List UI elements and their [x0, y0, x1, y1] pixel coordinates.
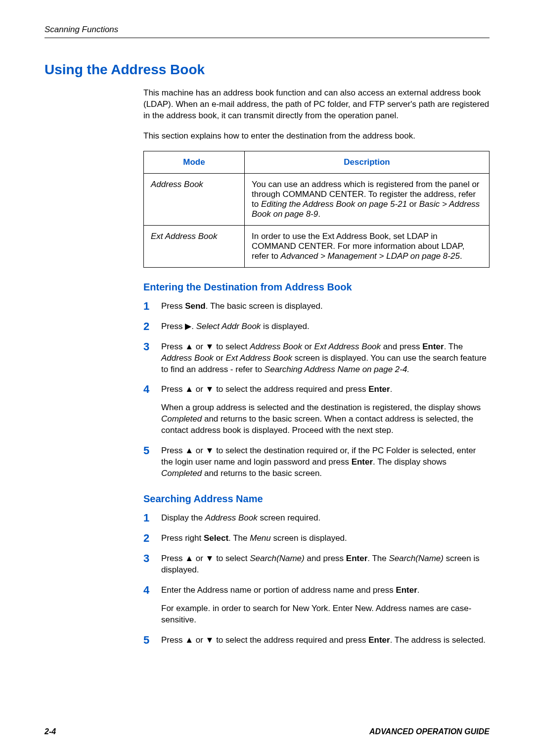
step-body: Display the Address Book screen required… — [161, 513, 490, 524]
text: When a group address is selected and the… — [161, 403, 481, 412]
step: 4 Press ▲ or ▼ to select the address req… — [143, 384, 490, 436]
up-arrow-icon: ▲ — [185, 445, 193, 457]
page: Scanning Functions Using the Address Boo… — [0, 0, 534, 756]
up-arrow-icon: ▲ — [185, 384, 193, 395]
option-name: Address Book — [250, 342, 302, 351]
key-name: Enter — [396, 585, 417, 595]
cross-ref: Searching Address Name on page 2-4. — [265, 365, 409, 374]
step-body: Press ▶. Select Addr Book is displayed. — [161, 321, 490, 332]
page-title: Using the Address Book — [44, 62, 490, 78]
up-arrow-icon: ▲ — [185, 341, 193, 353]
step-number: 2 — [143, 321, 153, 332]
step-number: 1 — [143, 513, 153, 524]
key-name: Select — [204, 533, 228, 543]
text: or — [193, 384, 206, 394]
text: . The — [444, 342, 463, 351]
step-number: 5 — [143, 445, 153, 479]
right-arrow-icon: ▶ — [185, 321, 191, 332]
down-arrow-icon: ▼ — [206, 341, 214, 353]
desc-text: . — [460, 251, 462, 261]
screen-name: Address Book — [205, 513, 258, 522]
screen-name: Address Book — [161, 353, 214, 363]
step-body: Press ▲ or ▼ to select Address Book or E… — [161, 341, 490, 376]
text: Press — [161, 554, 185, 563]
text: . The — [367, 554, 389, 563]
status-name: Completed — [161, 469, 202, 478]
step-body: Press Send. The basic screen is displaye… — [161, 301, 490, 312]
key-name: Enter — [422, 342, 444, 351]
text: Enter the Address name or portion of add… — [161, 585, 396, 595]
text: . — [417, 585, 420, 595]
mode-cell: Address Book — [144, 173, 245, 225]
text: is displayed. — [261, 322, 309, 331]
up-arrow-icon: ▲ — [185, 635, 193, 646]
text: and press — [381, 342, 422, 351]
table-row: Address Book You can use an address whic… — [144, 173, 490, 225]
step: 1 Display the Address Book screen requir… — [143, 513, 490, 524]
key-name: Send — [185, 301, 206, 311]
text: . — [191, 322, 196, 331]
step: 2 Press ▶. Select Addr Book is displayed… — [143, 321, 490, 332]
desc-cell: You can use an address which is register… — [245, 173, 490, 225]
text: or — [193, 342, 206, 351]
step-number: 4 — [143, 585, 153, 626]
down-arrow-icon: ▼ — [206, 445, 214, 457]
step-number: 2 — [143, 533, 153, 544]
desc-ref: Advanced > Management > LDAP on page 8-2… — [281, 251, 460, 261]
subheading: Searching Address Name — [143, 493, 490, 505]
page-footer: 2-4 ADVANCED OPERATION GUIDE — [44, 727, 490, 736]
step-body: Press ▲ or ▼ to select Search(Name) and … — [161, 553, 490, 576]
text: and press — [305, 554, 346, 563]
key-name: Enter — [368, 635, 390, 645]
step-number: 1 — [143, 301, 153, 312]
text: to select — [214, 342, 250, 351]
text: or — [193, 446, 206, 455]
text: For example. in order to search for New … — [161, 603, 490, 626]
text: . The address is selected. — [390, 635, 486, 645]
text: Display the — [161, 513, 205, 522]
text: to select the address required and press — [214, 384, 368, 394]
table-header-row: Mode Description — [144, 151, 490, 173]
desc-ref: Editing the Address Book on page 5-21 — [261, 199, 407, 209]
key-name: Enter — [368, 384, 390, 394]
text: Press — [161, 635, 185, 645]
text: . The — [228, 533, 250, 543]
step-number: 5 — [143, 635, 153, 646]
text: and returns to the basic screen. — [202, 469, 322, 478]
text: or — [302, 342, 314, 351]
mode-cell: Ext Address Book — [144, 225, 245, 267]
col-description: Description — [245, 151, 490, 173]
step: 3 Press ▲ or ▼ to select Address Book or… — [143, 341, 490, 376]
down-arrow-icon: ▼ — [206, 553, 214, 565]
text: or — [193, 554, 206, 563]
table-row: Ext Address Book In order to use the Ext… — [144, 225, 490, 267]
step: 1 Press Send. The basic screen is displa… — [143, 301, 490, 312]
intro-paragraph-1: This machine has an address book functio… — [143, 88, 490, 122]
down-arrow-icon: ▼ — [206, 635, 214, 646]
text: Press — [161, 384, 185, 394]
content-column: This machine has an address book functio… — [143, 88, 490, 655]
desc-text: . — [318, 209, 320, 219]
subheading: Entering the Destination from Address Bo… — [143, 282, 490, 293]
mode-table: Mode Description Address Book You can us… — [143, 151, 490, 268]
step: 2 Press right Select. The Menu screen is… — [143, 533, 490, 544]
step: 4 Enter the Address name or portion of a… — [143, 585, 490, 626]
text: and returns to the basic screen. When a … — [161, 414, 473, 435]
running-header: Scanning Functions — [44, 25, 490, 38]
text: . The basic screen is displayed. — [206, 301, 323, 311]
step-number: 4 — [143, 384, 153, 436]
option-name: Ext Address Book — [314, 342, 381, 351]
text: or — [193, 635, 206, 645]
intro-paragraph-2: This section explains how to enter the d… — [143, 131, 490, 142]
text: or — [214, 353, 226, 363]
section-name: Scanning Functions — [44, 25, 118, 34]
text: . — [390, 384, 393, 394]
step-body: Enter the Address name or portion of add… — [161, 585, 490, 626]
step: 3 Press ▲ or ▼ to select Search(Name) an… — [143, 553, 490, 576]
col-mode: Mode — [144, 151, 245, 173]
text: screen required. — [258, 513, 321, 522]
text: Press — [161, 322, 185, 331]
desc-cell: In order to use the Ext Address Book, se… — [245, 225, 490, 267]
text: screen is displayed. — [271, 533, 347, 543]
text: Press right — [161, 533, 204, 543]
